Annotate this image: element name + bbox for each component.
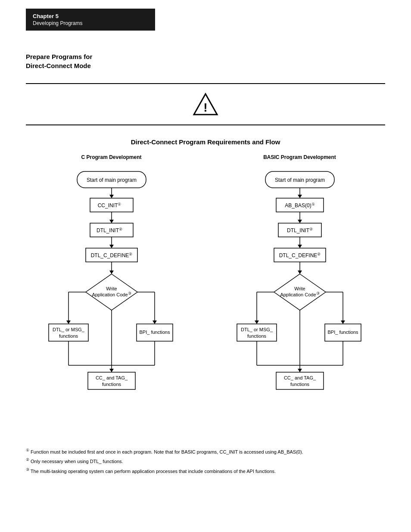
svg-marker-46 bbox=[298, 195, 302, 198]
footnote-2: ② Only necessary when using DTL_ functio… bbox=[26, 457, 385, 465]
svg-text:AB_BAS(0)①: AB_BAS(0)① bbox=[285, 202, 314, 208]
svg-text:Application Code③: Application Code③ bbox=[280, 291, 319, 297]
chapter-subtitle: Developing Programs bbox=[33, 20, 148, 26]
svg-marker-54 bbox=[298, 245, 302, 248]
basic-flow-svg: Start of main program AB_BAS(0)① DTL_INI… bbox=[231, 167, 369, 434]
svg-marker-58 bbox=[298, 271, 302, 274]
svg-text:DTL_C_DEFINE②: DTL_C_DEFINE② bbox=[279, 252, 321, 258]
chapter-label: Chapter 5 bbox=[33, 13, 148, 19]
svg-text:CC_ and TAG_: CC_ and TAG_ bbox=[283, 375, 316, 380]
c-flow-svg: Start of main program CC_INIT① DTL_INIT②… bbox=[43, 167, 181, 434]
svg-text:Application Code③: Application Code③ bbox=[92, 291, 131, 297]
svg-marker-9 bbox=[109, 220, 114, 223]
svg-text:BPI_ functions: BPI_ functions bbox=[139, 330, 170, 335]
svg-rect-28 bbox=[49, 324, 88, 341]
c-program-diagram: C Program Development Start of main prog… bbox=[38, 154, 185, 434]
svg-text:functions: functions bbox=[247, 333, 266, 339]
section-title: Prepare Programs for Direct-Connect Mode bbox=[26, 52, 411, 70]
svg-text:DTL_ or MSG_: DTL_ or MSG_ bbox=[241, 327, 273, 332]
svg-rect-81 bbox=[276, 372, 324, 389]
svg-marker-26 bbox=[153, 320, 157, 324]
svg-text:CC_INIT①: CC_INIT① bbox=[97, 202, 121, 208]
svg-text:Start of main program: Start of main program bbox=[86, 177, 136, 183]
svg-text:Write: Write bbox=[106, 286, 117, 291]
svg-text:functions: functions bbox=[59, 333, 78, 339]
basic-diagram-title: BASIC Program Development bbox=[263, 154, 336, 160]
svg-marker-67 bbox=[341, 320, 345, 324]
warning-icon: ! bbox=[193, 93, 218, 116]
svg-marker-13 bbox=[109, 245, 114, 248]
svg-text:DTL_INIT②: DTL_INIT② bbox=[286, 227, 312, 233]
svg-marker-17 bbox=[109, 271, 114, 274]
svg-marker-23 bbox=[66, 320, 71, 324]
svg-rect-69 bbox=[237, 324, 277, 341]
svg-text:functions: functions bbox=[290, 382, 309, 387]
footnote-1: ① Function must be included first and on… bbox=[26, 447, 385, 456]
svg-text:Start of main program: Start of main program bbox=[274, 177, 324, 183]
svg-text:BPI_ functions: BPI_ functions bbox=[327, 330, 358, 335]
basic-program-diagram: BASIC Program Development Start of main … bbox=[227, 154, 373, 434]
svg-text:DTL_C_DEFINE②: DTL_C_DEFINE② bbox=[90, 252, 132, 258]
svg-text:Write: Write bbox=[294, 286, 305, 291]
svg-text:DTL_INIT②: DTL_INIT② bbox=[96, 227, 122, 233]
warning-area: ! bbox=[26, 83, 385, 125]
svg-rect-40 bbox=[88, 372, 135, 389]
footnotes: ① Function must be included first and on… bbox=[26, 447, 385, 475]
svg-text:CC_ and TAG_: CC_ and TAG_ bbox=[95, 375, 128, 380]
main-title: Direct-Connect Program Requirements and … bbox=[0, 138, 411, 146]
c-diagram-title: C Program Development bbox=[81, 154, 141, 160]
svg-text:!: ! bbox=[203, 101, 207, 114]
svg-marker-5 bbox=[109, 195, 114, 198]
svg-text:DTL_ or MSG_: DTL_ or MSG_ bbox=[53, 327, 85, 332]
footnote-3: ③ The multi-tasking operating system can… bbox=[26, 467, 385, 475]
chapter-header: Chapter 5 Developing Programs bbox=[26, 9, 155, 31]
diagrams-container: C Program Development Start of main prog… bbox=[0, 154, 411, 434]
svg-marker-50 bbox=[298, 220, 302, 223]
svg-text:functions: functions bbox=[102, 382, 121, 387]
svg-marker-64 bbox=[255, 320, 259, 324]
